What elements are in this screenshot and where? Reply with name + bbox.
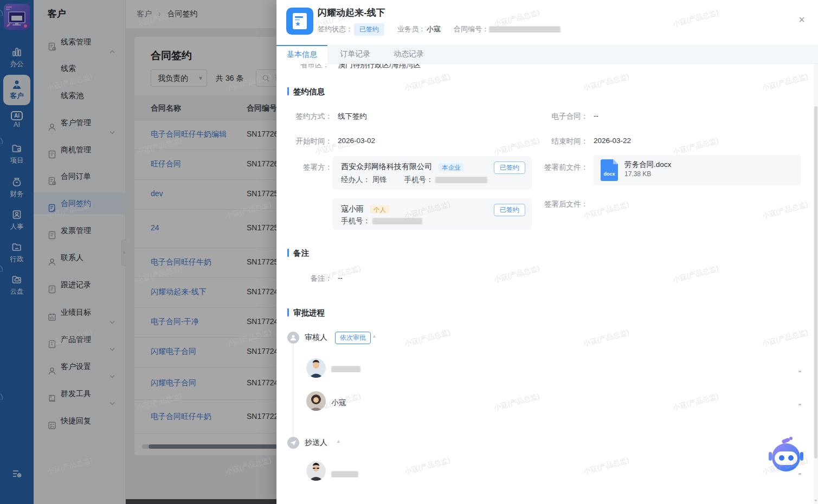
- signer-status-badge: 已签约: [494, 204, 525, 216]
- signer-card-person: 寇小雨 个人 已签约 手机号：: [332, 198, 532, 230]
- signer-card-company: 西安众邦网络科技有限公司 本企业 已签约 经办人： 周锋 手机号：: [332, 156, 532, 190]
- attachment-file[interactable]: docx 劳务合同.docx 17.38 KB: [594, 155, 801, 185]
- drawer-meta: 签约状态： 已签约 业务员： 小寇 合同编号：: [318, 23, 574, 35]
- signer-company-name: 西安众邦网络科技有限公司: [341, 162, 432, 171]
- end-date-value: 2026-03-22: [594, 137, 631, 145]
- cc-node-icon: [287, 437, 299, 449]
- phone-redacted: [435, 177, 487, 183]
- salesman-value: 小寇: [427, 24, 441, 34]
- contract-no-redacted: [489, 27, 561, 33]
- tab-basic-info[interactable]: 基本信息: [276, 45, 327, 64]
- end-date-label: 结束时间：: [537, 137, 588, 146]
- sign-method-value: 线下签约: [338, 112, 367, 121]
- docx-file-icon: docx: [601, 159, 618, 181]
- app-root: 办公 客户 Ai AI 项目 财务 人事 行政 云盘: [0, 0, 818, 504]
- file-size: 17.38 KB: [624, 170, 651, 178]
- reviewer-name-redacted: [331, 366, 360, 372]
- vertical-scrollbar: ▼: [814, 64, 818, 504]
- person-icon: [289, 334, 297, 341]
- tag-individual: 个人: [370, 205, 389, 214]
- e-contract-label: 电子合同：: [537, 112, 588, 121]
- status-badge: 已签约: [354, 23, 384, 36]
- signers-label: 签署方：: [285, 163, 332, 172]
- phone-label: 手机号：: [341, 217, 370, 225]
- region-value: 澳门特别行政区/海翔湾区: [338, 64, 421, 69]
- scroll-down-icon[interactable]: ▼: [814, 499, 818, 502]
- signer-status-badge: 已签约: [494, 161, 525, 174]
- collapse-triangle-icon[interactable]: ▲: [372, 333, 377, 339]
- vertical-scrollbar-thumb[interactable]: [814, 106, 817, 458]
- salesman-label: 业务员：: [397, 24, 426, 34]
- drawer-body: 省市区： 澳门特别行政区/海翔湾区 签约信息 签约方式： 线下签约 电子合同： …: [276, 64, 814, 504]
- sign-method-label: 签约方式：: [285, 112, 332, 121]
- approval-timeline-line: [293, 344, 293, 437]
- tab-order-records[interactable]: 订单记录: [330, 45, 381, 64]
- remark-label: 备注：: [285, 274, 332, 283]
- remark-value: --: [338, 274, 343, 282]
- svg-text:docx: docx: [603, 171, 615, 177]
- region-row-clipped: 省市区： 澳门特别行政区/海翔湾区: [276, 64, 421, 70]
- reviewer-node-icon: [287, 332, 299, 344]
- file-name: 劳务合同.docx: [624, 160, 671, 170]
- post-file-label: 签署后文件：: [537, 199, 588, 209]
- tag-own-enterprise: 本企业: [439, 163, 464, 171]
- paper-plane-icon: [289, 439, 297, 447]
- cc-avatar: [306, 461, 326, 481]
- status-label: 签约状态：: [318, 24, 353, 34]
- reviewer-status-dot: [798, 371, 801, 372]
- cc-name-redacted: [331, 471, 358, 477]
- review-mode-tag: 依次审批: [335, 332, 371, 344]
- contract-detail-drawer: × ★ 闪耀动起来-线下 签约状态： 已签约 业务员： 小寇 合同编号： 基本信…: [276, 0, 818, 504]
- reviewer-status-dot: [798, 404, 801, 405]
- e-contract-value: --: [594, 112, 598, 120]
- reviewer-label: 审核人: [305, 333, 327, 343]
- phone-label: 手机号：: [404, 176, 434, 184]
- section-title-remark: 备注: [287, 248, 309, 259]
- reviewer-avatar: [306, 391, 326, 411]
- agent-value: 周锋: [372, 176, 387, 184]
- pre-file-label: 签署前文件：: [537, 163, 588, 172]
- region-label: 省市区：: [276, 64, 330, 70]
- start-date-value: 2026-03-02: [338, 137, 375, 145]
- start-date-label: 开始时间：: [285, 137, 332, 146]
- agent-label: 经办人：: [341, 176, 370, 184]
- tab-activity-records[interactable]: 动态记录: [383, 45, 434, 64]
- contract-no-label: 合同编号：: [454, 24, 489, 34]
- contract-doc-icon: ★: [286, 8, 313, 35]
- section-title-sign-info: 签约信息: [287, 87, 325, 97]
- drawer-title: 闪耀动起来-线下: [318, 7, 385, 19]
- reviewer-avatar: [306, 358, 326, 378]
- close-icon[interactable]: ×: [798, 14, 805, 25]
- collapse-triangle-icon[interactable]: ▲: [336, 438, 341, 444]
- ai-assistant-robot-button[interactable]: [769, 435, 803, 475]
- section-title-approval: 审批进程: [287, 308, 325, 318]
- signer-person-name: 寇小雨: [341, 204, 364, 213]
- cc-label: 抄送人: [305, 438, 327, 448]
- phone-redacted: [372, 218, 422, 224]
- drawer-tabs: 基本信息 订单记录 动态记录: [276, 45, 818, 64]
- reviewer-name: 小寇: [331, 398, 346, 408]
